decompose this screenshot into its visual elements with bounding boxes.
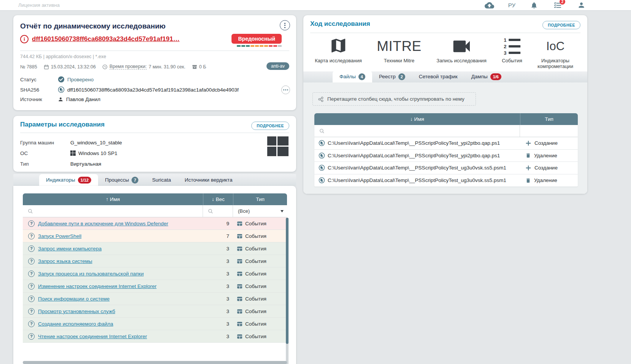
indicator-link[interactable]: Запуск процесса из пользовательской папк… [38,271,144,277]
indicator-weight: 3 [203,258,233,264]
params-more-button[interactable]: ПОДРОБНЕЕ [251,122,289,130]
indicator-link[interactable]: Просмотр установленных служб [38,309,115,314]
clock-icon [102,64,108,70]
file-report-link[interactable]: dff16015060738ff6ca68093a23d4cd57e91af19… [32,35,179,43]
indicator-type: События [245,271,266,277]
copy-icon[interactable] [319,140,325,146]
events-table-icon [237,233,243,239]
column-header-name[interactable]: ↑ Имя [23,193,203,205]
file-row[interactable]: C:\Users\Ivan\AppData\Local\Temp\__PSScr… [314,137,578,150]
tasks-list-icon[interactable]: 2 [553,1,563,10]
file-row[interactable]: C:\Users\Ivan\AppData\Local\Temp\__PSScr… [314,174,578,187]
indicator-link[interactable]: Запрос имени компьютера [38,246,101,252]
file-row[interactable]: C:\Users\Ivan\AppData\Local\Temp\__PSScr… [314,150,578,162]
progress-shortcut[interactable]: 1 2 3 События [502,36,522,64]
files-filter-row [314,125,578,137]
left-tab[interactable]: Индикаторы 1/12 [39,174,98,186]
progress-shortcut[interactable]: 1 2 3 Запись исследования [436,36,486,64]
source-value: Павлов Данил [66,97,100,102]
events-table-icon [237,258,243,264]
question-icon[interactable]: ? [28,333,35,340]
cloud-upload-icon[interactable] [485,1,495,10]
vertical-scrollbar[interactable] [286,218,289,364]
column-header-name[interactable]: ↓ Имя [314,113,520,125]
question-icon[interactable]: ? [28,220,35,227]
progress-shortcut[interactable]: 1 2 3 MITRE Техники Mitre [377,36,422,64]
copy-icon[interactable] [319,152,325,159]
left-tab[interactable]: Процессы 7 [98,174,145,186]
source-label: Источник [20,97,58,102]
scrollbar-thumb[interactable] [286,218,289,344]
indicator-link[interactable]: Добавление пути в исключение для Windows… [38,221,168,226]
indicator-weight: 9 [203,221,233,226]
progress-shortcut[interactable]: 1 2 3 IoC Индикаторы компрометации [537,36,573,70]
question-icon[interactable]: ? [28,321,35,327]
status-value: Проверено [67,77,94,82]
indicator-link[interactable]: Запуск PowerShell [38,233,81,239]
right-tab[interactable]: Реестр 2 [372,71,412,82]
indicator-row[interactable]: ? Запуск PowerShell 7 События [23,230,287,242]
language-switcher[interactable]: РУ [508,2,515,8]
right-tab[interactable]: Дампы 1/6 [465,71,508,82]
shortcut-label: Индикаторы компрометации [537,58,573,70]
verdict-scale-segment [237,45,241,47]
type-filter-input[interactable] [520,125,578,137]
indicator-link[interactable]: Создание исполняемого файла [38,321,113,327]
indicator-link[interactable]: Чтение настроек соединения Internet Expl… [38,334,147,339]
right-tab[interactable]: Файлы 4 [333,71,372,82]
right-tab[interactable]: Сетевой трафик [412,71,465,82]
question-icon[interactable]: ? [28,233,35,239]
weight-filter-input[interactable] [203,205,233,217]
progress-shortcut[interactable]: 1 2 3 Карта исследования [315,36,361,64]
copy-icon[interactable] [319,177,325,184]
indicator-row[interactable]: ? Запрос имени компьютера 3 События [23,242,287,255]
group-dropzone[interactable]: Перетащите столбец сюда, чтобы сгруппиро… [312,92,476,106]
right-tabstrip: Файлы 4 Реестр 2 Сетевой трафик Дампы 1/… [303,71,587,82]
question-icon[interactable]: ? [28,271,35,277]
type-filter-select[interactable]: (Все) [233,205,287,217]
numbered-list-icon: 1 2 3 [503,38,520,55]
indicator-link[interactable]: Запрос языка системы [38,258,92,264]
search-icon [28,209,33,214]
indicator-row[interactable]: ? Поиск информации о системе 3 События [23,293,287,305]
user-profile-icon[interactable] [576,1,586,10]
indicator-row[interactable]: ? Просмотр установленных служб 3 События [23,305,287,318]
indicators-filter-row: (Все) [23,205,287,217]
indicator-row[interactable]: ? Запуск процесса из пользовательской па… [23,267,287,280]
left-tab[interactable]: Источники вердикта [178,174,239,186]
indicator-row[interactable]: ? Добавление пути в исключение для Windo… [23,217,287,230]
indicator-row[interactable]: ? Чтение настроек соединения Internet Ex… [23,330,287,343]
check-time-label[interactable]: Время проверки: [109,64,147,70]
indicators-table: ↑ Имя ↓ Вес Тип (Все) ? Добавление пути … [23,193,287,343]
windows-icon [70,150,76,156]
question-icon[interactable]: ? [28,296,35,302]
column-header-type[interactable]: Тип [520,113,578,125]
indicator-row[interactable]: ? Создание исполняемого файла 3 События [23,318,287,330]
notifications-bell-icon[interactable] [529,1,539,10]
sha256-more-button[interactable] [281,85,290,94]
column-header-type[interactable]: Тип [233,193,287,205]
copy-icon[interactable] [58,86,65,93]
indicator-link[interactable]: Поиск информации о системе [38,296,109,302]
question-icon[interactable]: ? [28,283,35,290]
indicator-type: События [245,221,266,226]
name-filter-input[interactable] [314,125,520,137]
indicator-row[interactable]: ? Изменение настроек соединения Internet… [23,280,287,293]
question-icon[interactable]: ? [28,308,35,315]
name-filter-input[interactable] [23,205,203,217]
column-header-weight[interactable]: ↓ Вес [203,193,233,205]
question-icon[interactable]: ? [28,258,35,264]
indicator-row[interactable]: ? Запрос языка системы 3 События [23,255,287,267]
indicator-link[interactable]: Изменение настроек соединения Internet E… [38,283,157,289]
report-menu-button[interactable] [280,20,290,30]
progress-more-button[interactable]: ПОДРОБНЕЕ [542,21,580,29]
param-row: Группа машин G_windows_10_stable [20,137,258,148]
search-icon [208,209,213,214]
horizontal-scrollbar[interactable] [23,361,287,364]
danger-info-icon[interactable]: i [20,35,29,43]
file-row[interactable]: C:\Users\Ivan\AppData\Local\Temp\__PSScr… [314,162,578,174]
copy-icon[interactable] [319,165,325,171]
param-value: Виртуальная [70,161,101,167]
question-icon[interactable]: ? [28,245,35,252]
left-tab[interactable]: Suricata [145,174,178,186]
